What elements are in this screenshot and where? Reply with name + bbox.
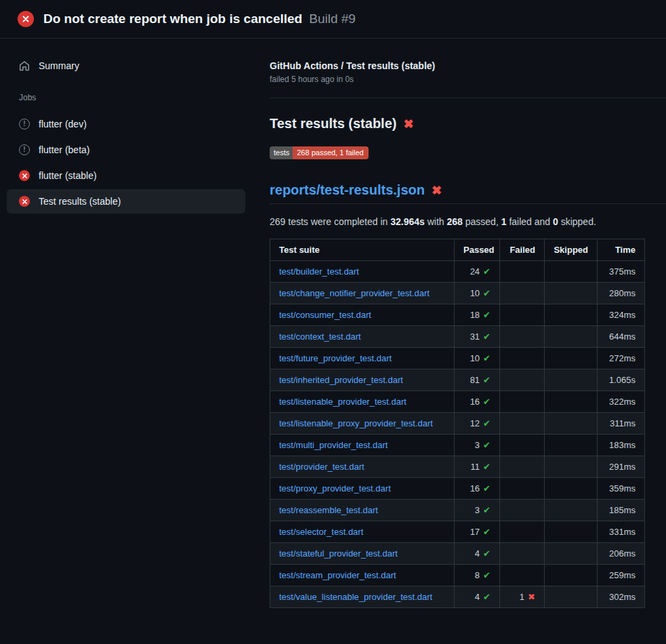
skipped-cell bbox=[545, 413, 598, 435]
check-icon: ✔ bbox=[483, 592, 491, 602]
summary-text: passed, bbox=[463, 216, 501, 227]
table-row: test/stateful_provider_test.dart4✔206ms bbox=[270, 543, 645, 565]
job-label: Test results (stable) bbox=[39, 196, 121, 207]
table-row: test/selector_test.dart17✔331ms bbox=[270, 521, 645, 543]
count: 24 bbox=[470, 266, 480, 277]
table-row: test/context_test.dart31✔644ms bbox=[270, 326, 645, 348]
job-label: flutter (beta) bbox=[39, 144, 89, 155]
cross-icon: ✖ bbox=[528, 592, 535, 602]
skipped-cell bbox=[545, 500, 598, 521]
suite-cell: test/selector_test.dart bbox=[270, 521, 455, 543]
build-number: Build #9 bbox=[309, 12, 356, 26]
count: 31 bbox=[470, 331, 480, 342]
summary-text: failed and bbox=[507, 216, 554, 227]
time-cell: 331ms bbox=[598, 521, 645, 543]
jobs-section-label: Jobs bbox=[19, 93, 252, 102]
table-header-row: Test suite Passed Failed Skipped Time bbox=[270, 239, 645, 261]
passed-cell: 11✔ bbox=[455, 456, 500, 478]
badge-value: 268 passed, 1 failed bbox=[293, 146, 368, 159]
passed-cell: 16✔ bbox=[455, 391, 500, 413]
summary-text: skipped. bbox=[558, 216, 596, 227]
header-failed: Failed bbox=[500, 239, 545, 261]
count: 3 bbox=[475, 440, 480, 450]
sidebar-item-flutter-beta[interactable]: !flutter (beta) bbox=[7, 138, 245, 162]
badge-label: tests bbox=[270, 146, 293, 159]
sidebar: Summary Jobs !flutter (dev)!flutter (bet… bbox=[0, 39, 252, 644]
time-cell: 359ms bbox=[598, 478, 645, 500]
suite-link[interactable]: test/selector_test.dart bbox=[279, 527, 363, 537]
failed-cell bbox=[500, 261, 545, 283]
suite-cell: test/inherited_provider_test.dart bbox=[270, 369, 455, 391]
summary-text: with bbox=[425, 216, 447, 227]
suite-link[interactable]: test/listenable_provider_test.dart bbox=[279, 397, 407, 407]
time-cell: 183ms bbox=[598, 435, 645, 456]
time-cell: 322ms bbox=[598, 391, 645, 413]
section-title: Test results (stable) ✖ bbox=[270, 116, 644, 132]
failed-cell bbox=[500, 478, 545, 500]
table-row: test/proxy_provider_test.dart16✔359ms bbox=[270, 478, 645, 500]
table-row: test/builder_test.dart24✔375ms bbox=[270, 261, 645, 283]
failed-cross-icon: ✖ bbox=[403, 117, 413, 132]
sidebar-item-flutter-dev[interactable]: !flutter (dev) bbox=[7, 112, 245, 136]
suite-link[interactable]: test/context_test.dart bbox=[279, 331, 361, 342]
suite-cell: test/proxy_provider_test.dart bbox=[270, 478, 455, 500]
suite-link[interactable]: test/value_listenable_provider_test.dart bbox=[279, 592, 432, 602]
failed-cell bbox=[500, 565, 545, 586]
count: 1 bbox=[520, 592, 524, 602]
count: 10 bbox=[470, 353, 480, 363]
suite-link[interactable]: test/change_notifier_provider_test.dart bbox=[279, 288, 430, 298]
suite-cell: test/multi_provider_test.dart bbox=[270, 435, 455, 456]
summary-failed-count: 1 bbox=[501, 216, 507, 227]
sidebar-item-test-results-stable[interactable]: Test results (stable) bbox=[7, 189, 245, 214]
count: 81 bbox=[470, 375, 480, 385]
failed-cell bbox=[500, 543, 545, 565]
tests-badge: tests 268 passed, 1 failed bbox=[270, 146, 369, 159]
summary-skipped-count: 0 bbox=[553, 216, 558, 227]
check-icon: ✔ bbox=[483, 266, 491, 277]
count: 12 bbox=[470, 418, 480, 428]
home-icon bbox=[19, 60, 30, 71]
suite-link[interactable]: test/consumer_test.dart bbox=[279, 310, 371, 320]
suite-cell: test/context_test.dart bbox=[270, 326, 455, 348]
suite-link[interactable]: test/proxy_provider_test.dart bbox=[279, 483, 391, 494]
suite-link[interactable]: test/stateful_provider_test.dart bbox=[279, 548, 398, 559]
skipped-cell bbox=[545, 261, 598, 283]
count: 10 bbox=[470, 288, 480, 298]
skipped-cell bbox=[545, 369, 598, 391]
skipped-cell bbox=[545, 435, 598, 456]
table-row: test/value_listenable_provider_test.dart… bbox=[270, 586, 645, 608]
suite-link[interactable]: test/future_provider_test.dart bbox=[279, 353, 392, 363]
failed-cell bbox=[500, 500, 545, 521]
run-status-line: failed 5 hours ago in 0s bbox=[270, 75, 644, 84]
suite-link[interactable]: test/reassemble_test.dart bbox=[279, 505, 378, 515]
check-icon: ✔ bbox=[483, 505, 491, 515]
suite-link[interactable]: test/stream_provider_test.dart bbox=[279, 570, 396, 580]
sidebar-item-flutter-stable[interactable]: flutter (stable) bbox=[7, 163, 245, 188]
time-cell: 375ms bbox=[598, 261, 645, 283]
passed-cell: 3✔ bbox=[455, 435, 500, 456]
passed-cell: 3✔ bbox=[455, 500, 500, 521]
suite-link[interactable]: test/provider_test.dart bbox=[279, 462, 365, 472]
passed-cell: 4✔ bbox=[455, 543, 500, 565]
skipped-cell bbox=[545, 326, 598, 348]
report-file-heading[interactable]: reports/test-results.json ✖ bbox=[270, 182, 644, 198]
failed-cell bbox=[500, 456, 545, 478]
summary-text: 269 tests were completed in bbox=[270, 216, 390, 227]
time-cell: 302ms bbox=[598, 586, 645, 608]
count: 4 bbox=[475, 592, 480, 602]
suite-link[interactable]: test/listenable_proxy_provider_test.dart bbox=[279, 418, 433, 428]
suite-link[interactable]: test/builder_test.dart bbox=[279, 266, 359, 277]
passed-cell: 10✔ bbox=[455, 283, 500, 304]
suite-cell: test/stateful_provider_test.dart bbox=[270, 543, 455, 565]
table-row: test/reassemble_test.dart3✔185ms bbox=[270, 500, 645, 521]
passed-cell: 81✔ bbox=[455, 369, 500, 391]
failed-cell bbox=[500, 435, 545, 456]
sidebar-item-summary[interactable]: Summary bbox=[7, 54, 245, 78]
skipped-cell bbox=[545, 348, 598, 369]
count: 17 bbox=[470, 527, 480, 537]
suite-link[interactable]: test/inherited_provider_test.dart bbox=[279, 375, 403, 385]
report-file-link[interactable]: reports/test-results.json bbox=[270, 182, 425, 198]
header-time: Time bbox=[598, 239, 645, 261]
skipped-cell bbox=[545, 304, 598, 326]
suite-link[interactable]: test/multi_provider_test.dart bbox=[279, 440, 388, 450]
